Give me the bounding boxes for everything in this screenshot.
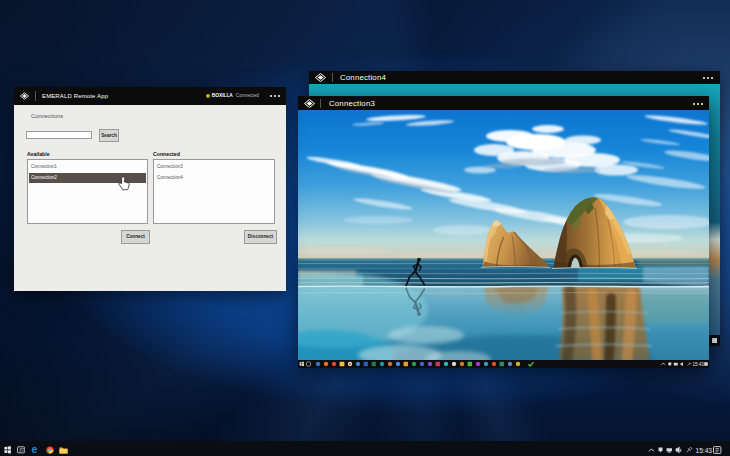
- svg-text:15:43: 15:43: [696, 447, 713, 454]
- svg-text:e: e: [32, 443, 38, 455]
- svg-text:15:43: 15:43: [693, 362, 705, 367]
